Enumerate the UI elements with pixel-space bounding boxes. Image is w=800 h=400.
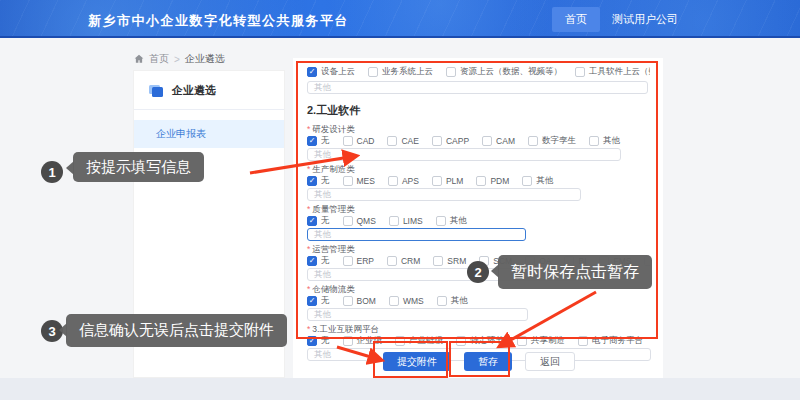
checkbox-icon[interactable] [575, 67, 585, 77]
checkbox-option[interactable]: ✓设备上云 [307, 66, 355, 78]
checkbox-option[interactable]: CAM [482, 136, 515, 146]
checkbox-icon[interactable] [395, 336, 405, 346]
checkbox-option[interactable]: PDM [476, 176, 509, 186]
checkbox-icon[interactable] [343, 136, 353, 146]
checkbox-option[interactable]: 其他 [437, 295, 468, 306]
checkbox-option[interactable]: 其他 [436, 215, 467, 226]
checkbox-option[interactable]: CRM [387, 256, 420, 266]
checkbox-icon[interactable] [517, 336, 527, 346]
form-group: *质量管理类✓无QMSLIMS其他其他 [307, 204, 650, 241]
checkbox-icon[interactable] [368, 67, 378, 77]
industrial-software-section-title: 2.工业软件 [307, 103, 650, 118]
checkbox-icon[interactable] [578, 336, 588, 346]
checkbox-icon[interactable] [589, 136, 599, 146]
checkbox-option[interactable]: 企业级 [343, 335, 383, 346]
checkbox-label: 资源上云（数据、视频等） [460, 66, 562, 78]
checkbox-option[interactable]: ✓无 [307, 135, 330, 146]
checkbox-label: WMS [403, 296, 424, 306]
checkbox-option[interactable]: 产业链级 [395, 335, 443, 346]
text-input-focused[interactable]: 其他 [307, 228, 526, 241]
checkbox-icon[interactable] [432, 176, 442, 186]
checkbox-option[interactable]: PLM [432, 176, 463, 186]
checkbox-label: 特定环节 [470, 335, 504, 346]
checkbox-option[interactable]: ✓无 [307, 215, 330, 226]
checkbox-icon[interactable] [389, 296, 399, 306]
checkbox-option[interactable]: CAD [343, 136, 375, 146]
checkbox-icon[interactable] [343, 176, 353, 186]
checkbox-option[interactable]: LIMS [389, 216, 423, 226]
checkbox-icon[interactable] [436, 216, 446, 226]
checkbox-icon[interactable] [432, 136, 442, 146]
checkbox-option[interactable]: APS [388, 176, 419, 186]
checkbox-checked-icon[interactable]: ✓ [307, 336, 317, 346]
checkbox-label: 无 [321, 255, 330, 266]
checkbox-icon[interactable] [433, 256, 443, 266]
checkbox-label: CAE [401, 136, 418, 146]
checkbox-option[interactable]: BOM [343, 296, 376, 306]
checkbox-option[interactable]: 业务系统上云 [368, 66, 433, 78]
submit-attachment-button[interactable]: 提交附件 [383, 352, 451, 371]
text-input[interactable]: 其他 [307, 308, 528, 321]
checkbox-checked-icon[interactable]: ✓ [307, 296, 317, 306]
checkbox-row: ✓无QMSLIMS其他 [307, 215, 650, 226]
checkbox-icon[interactable] [343, 336, 353, 346]
document-stack-icon [148, 84, 164, 98]
checkbox-option[interactable]: 特定环节 [456, 335, 504, 346]
checkbox-option[interactable]: 电子商务平台 [578, 335, 643, 346]
checkbox-label: 其他 [450, 215, 467, 226]
checkbox-icon[interactable] [456, 336, 466, 346]
checkbox-icon[interactable] [343, 216, 353, 226]
checkbox-icon[interactable] [389, 216, 399, 226]
checkbox-checked-icon[interactable]: ✓ [307, 136, 317, 146]
checkbox-option[interactable]: 其他 [522, 175, 553, 186]
checkbox-option[interactable]: 共享制造 [517, 335, 565, 346]
checkbox-label: CAM [496, 136, 515, 146]
checkbox-icon[interactable] [343, 296, 353, 306]
checkbox-icon[interactable] [388, 176, 398, 186]
checkbox-option[interactable]: CAE [387, 136, 418, 146]
checkbox-option[interactable]: 资源上云（数据、视频等） [446, 66, 562, 78]
checkbox-option[interactable]: WMS [389, 296, 424, 306]
checkbox-icon[interactable] [343, 256, 353, 266]
checkbox-option[interactable]: ✓无 [307, 295, 330, 306]
checkbox-checked-icon[interactable]: ✓ [307, 176, 317, 186]
text-input[interactable]: 其他 [307, 81, 648, 94]
checkbox-option[interactable]: 工具软件上云（数据库、操作系统等） [575, 66, 650, 78]
step-3-tooltip: 信息确认无误后点击提交附件 [66, 314, 287, 347]
checkbox-icon[interactable] [476, 176, 486, 186]
sidebar-item-declaration-form[interactable]: 企业申报表 [134, 120, 284, 148]
checkbox-label: 无 [321, 215, 330, 226]
checkbox-icon[interactable] [482, 136, 492, 146]
text-input[interactable]: 其他 [307, 188, 581, 201]
checkbox-row: ✓无企业级产业链级特定环节共享制造电子商务平台厂区（园区）平台其他 [307, 335, 650, 346]
checkbox-option[interactable]: MES [343, 176, 375, 186]
checkbox-checked-icon[interactable]: ✓ [307, 256, 317, 266]
checkbox-option[interactable]: CAPP [432, 136, 469, 146]
checkbox-option[interactable]: ERP [343, 256, 374, 266]
checkbox-option[interactable]: ✓无 [307, 175, 330, 186]
nav-home-button[interactable]: 首页 [552, 7, 600, 32]
group-label: *生产制造类 [307, 164, 650, 174]
breadcrumb-home[interactable]: 首页 [149, 52, 169, 66]
checkbox-checked-icon[interactable]: ✓ [307, 67, 317, 77]
save-draft-button[interactable]: 暂存 [464, 352, 512, 371]
checkbox-label: CRM [401, 256, 420, 266]
checkbox-option[interactable]: 数字孪生 [528, 135, 576, 146]
checkbox-option[interactable]: ✓无 [307, 335, 330, 346]
checkbox-option[interactable]: QMS [343, 216, 376, 226]
nav-user-company[interactable]: 测试用户公司 [612, 12, 678, 27]
checkbox-option[interactable]: SRM [433, 256, 466, 266]
text-input[interactable]: 其他 [307, 148, 621, 161]
required-asterisk: * [307, 124, 310, 134]
back-button[interactable]: 返回 [525, 352, 575, 371]
checkbox-checked-icon[interactable]: ✓ [307, 216, 317, 226]
checkbox-icon[interactable] [437, 296, 447, 306]
checkbox-icon[interactable] [528, 136, 538, 146]
checkbox-icon[interactable] [387, 136, 397, 146]
checkbox-option[interactable]: 其他 [589, 135, 620, 146]
checkbox-label: 无 [321, 175, 330, 186]
checkbox-icon[interactable] [387, 256, 397, 266]
checkbox-icon[interactable] [522, 176, 532, 186]
checkbox-icon[interactable] [446, 67, 456, 77]
checkbox-option[interactable]: ✓无 [307, 255, 330, 266]
